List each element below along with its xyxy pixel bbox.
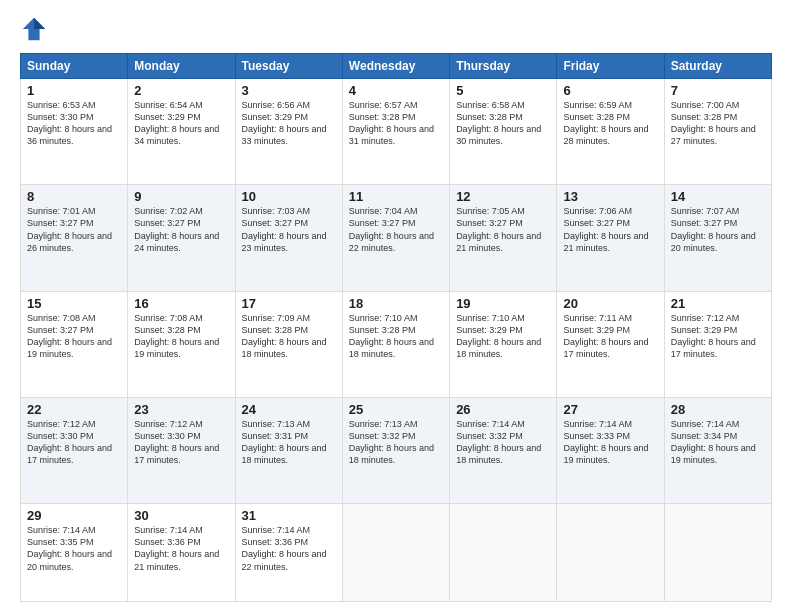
cell-info: Sunrise: 7:13 AMSunset: 3:31 PMDaylight:… xyxy=(242,418,336,467)
calendar-cell xyxy=(342,504,449,602)
calendar-cell: 21Sunrise: 7:12 AMSunset: 3:29 PMDayligh… xyxy=(664,291,771,397)
calendar-cell: 28Sunrise: 7:14 AMSunset: 3:34 PMDayligh… xyxy=(664,397,771,503)
calendar-week-1: 1Sunrise: 6:53 AMSunset: 3:30 PMDaylight… xyxy=(21,79,772,185)
cell-info: Sunrise: 7:14 AMSunset: 3:33 PMDaylight:… xyxy=(563,418,657,467)
day-header-wednesday: Wednesday xyxy=(342,54,449,79)
calendar-week-4: 22Sunrise: 7:12 AMSunset: 3:30 PMDayligh… xyxy=(21,397,772,503)
calendar-cell: 12Sunrise: 7:05 AMSunset: 3:27 PMDayligh… xyxy=(450,185,557,291)
day-number: 30 xyxy=(134,508,228,523)
day-number: 5 xyxy=(456,83,550,98)
calendar-cell: 30Sunrise: 7:14 AMSunset: 3:36 PMDayligh… xyxy=(128,504,235,602)
calendar-cell xyxy=(557,504,664,602)
calendar-cell: 22Sunrise: 7:12 AMSunset: 3:30 PMDayligh… xyxy=(21,397,128,503)
cell-info: Sunrise: 6:58 AMSunset: 3:28 PMDaylight:… xyxy=(456,99,550,148)
cell-info: Sunrise: 7:12 AMSunset: 3:30 PMDaylight:… xyxy=(134,418,228,467)
cell-info: Sunrise: 7:03 AMSunset: 3:27 PMDaylight:… xyxy=(242,205,336,254)
day-number: 2 xyxy=(134,83,228,98)
cell-info: Sunrise: 7:14 AMSunset: 3:32 PMDaylight:… xyxy=(456,418,550,467)
day-number: 19 xyxy=(456,296,550,311)
day-number: 7 xyxy=(671,83,765,98)
calendar-cell: 9Sunrise: 7:02 AMSunset: 3:27 PMDaylight… xyxy=(128,185,235,291)
calendar-week-2: 8Sunrise: 7:01 AMSunset: 3:27 PMDaylight… xyxy=(21,185,772,291)
cell-info: Sunrise: 6:54 AMSunset: 3:29 PMDaylight:… xyxy=(134,99,228,148)
calendar-cell: 16Sunrise: 7:08 AMSunset: 3:28 PMDayligh… xyxy=(128,291,235,397)
cell-info: Sunrise: 7:04 AMSunset: 3:27 PMDaylight:… xyxy=(349,205,443,254)
cell-info: Sunrise: 7:08 AMSunset: 3:28 PMDaylight:… xyxy=(134,312,228,361)
calendar-cell: 11Sunrise: 7:04 AMSunset: 3:27 PMDayligh… xyxy=(342,185,449,291)
calendar-cell: 24Sunrise: 7:13 AMSunset: 3:31 PMDayligh… xyxy=(235,397,342,503)
calendar-cell: 3Sunrise: 6:56 AMSunset: 3:29 PMDaylight… xyxy=(235,79,342,185)
calendar-cell: 15Sunrise: 7:08 AMSunset: 3:27 PMDayligh… xyxy=(21,291,128,397)
cell-info: Sunrise: 7:14 AMSunset: 3:34 PMDaylight:… xyxy=(671,418,765,467)
calendar-cell: 6Sunrise: 6:59 AMSunset: 3:28 PMDaylight… xyxy=(557,79,664,185)
cell-info: Sunrise: 7:07 AMSunset: 3:27 PMDaylight:… xyxy=(671,205,765,254)
calendar-cell: 13Sunrise: 7:06 AMSunset: 3:27 PMDayligh… xyxy=(557,185,664,291)
day-number: 27 xyxy=(563,402,657,417)
calendar-week-3: 15Sunrise: 7:08 AMSunset: 3:27 PMDayligh… xyxy=(21,291,772,397)
cell-info: Sunrise: 7:14 AMSunset: 3:36 PMDaylight:… xyxy=(134,524,228,573)
day-header-thursday: Thursday xyxy=(450,54,557,79)
day-header-saturday: Saturday xyxy=(664,54,771,79)
day-number: 21 xyxy=(671,296,765,311)
day-number: 18 xyxy=(349,296,443,311)
calendar-cell: 29Sunrise: 7:14 AMSunset: 3:35 PMDayligh… xyxy=(21,504,128,602)
cell-info: Sunrise: 6:56 AMSunset: 3:29 PMDaylight:… xyxy=(242,99,336,148)
day-header-friday: Friday xyxy=(557,54,664,79)
day-number: 9 xyxy=(134,189,228,204)
calendar-week-5: 29Sunrise: 7:14 AMSunset: 3:35 PMDayligh… xyxy=(21,504,772,602)
day-number: 4 xyxy=(349,83,443,98)
day-header-sunday: Sunday xyxy=(21,54,128,79)
calendar-cell: 4Sunrise: 6:57 AMSunset: 3:28 PMDaylight… xyxy=(342,79,449,185)
day-number: 29 xyxy=(27,508,121,523)
cell-info: Sunrise: 7:09 AMSunset: 3:28 PMDaylight:… xyxy=(242,312,336,361)
cell-info: Sunrise: 7:10 AMSunset: 3:28 PMDaylight:… xyxy=(349,312,443,361)
day-number: 17 xyxy=(242,296,336,311)
day-number: 26 xyxy=(456,402,550,417)
cell-info: Sunrise: 7:10 AMSunset: 3:29 PMDaylight:… xyxy=(456,312,550,361)
day-number: 20 xyxy=(563,296,657,311)
day-number: 1 xyxy=(27,83,121,98)
page: SundayMondayTuesdayWednesdayThursdayFrid… xyxy=(0,0,792,612)
day-number: 23 xyxy=(134,402,228,417)
cell-info: Sunrise: 6:53 AMSunset: 3:30 PMDaylight:… xyxy=(27,99,121,148)
cell-info: Sunrise: 7:11 AMSunset: 3:29 PMDaylight:… xyxy=(563,312,657,361)
day-number: 6 xyxy=(563,83,657,98)
logo-icon xyxy=(20,15,48,43)
day-number: 16 xyxy=(134,296,228,311)
calendar-table: SundayMondayTuesdayWednesdayThursdayFrid… xyxy=(20,53,772,602)
calendar-cell: 25Sunrise: 7:13 AMSunset: 3:32 PMDayligh… xyxy=(342,397,449,503)
cell-info: Sunrise: 6:57 AMSunset: 3:28 PMDaylight:… xyxy=(349,99,443,148)
svg-marker-1 xyxy=(34,18,45,29)
day-number: 31 xyxy=(242,508,336,523)
calendar-header-row: SundayMondayTuesdayWednesdayThursdayFrid… xyxy=(21,54,772,79)
day-number: 25 xyxy=(349,402,443,417)
cell-info: Sunrise: 7:05 AMSunset: 3:27 PMDaylight:… xyxy=(456,205,550,254)
day-number: 13 xyxy=(563,189,657,204)
calendar-cell: 10Sunrise: 7:03 AMSunset: 3:27 PMDayligh… xyxy=(235,185,342,291)
cell-info: Sunrise: 7:14 AMSunset: 3:35 PMDaylight:… xyxy=(27,524,121,573)
cell-info: Sunrise: 7:01 AMSunset: 3:27 PMDaylight:… xyxy=(27,205,121,254)
cell-info: Sunrise: 7:02 AMSunset: 3:27 PMDaylight:… xyxy=(134,205,228,254)
calendar-cell: 1Sunrise: 6:53 AMSunset: 3:30 PMDaylight… xyxy=(21,79,128,185)
calendar-cell: 14Sunrise: 7:07 AMSunset: 3:27 PMDayligh… xyxy=(664,185,771,291)
day-header-tuesday: Tuesday xyxy=(235,54,342,79)
calendar-cell: 7Sunrise: 7:00 AMSunset: 3:28 PMDaylight… xyxy=(664,79,771,185)
day-number: 14 xyxy=(671,189,765,204)
header xyxy=(20,15,772,43)
day-number: 24 xyxy=(242,402,336,417)
calendar-cell: 2Sunrise: 6:54 AMSunset: 3:29 PMDaylight… xyxy=(128,79,235,185)
day-number: 12 xyxy=(456,189,550,204)
calendar-cell: 31Sunrise: 7:14 AMSunset: 3:36 PMDayligh… xyxy=(235,504,342,602)
cell-info: Sunrise: 7:13 AMSunset: 3:32 PMDaylight:… xyxy=(349,418,443,467)
cell-info: Sunrise: 7:08 AMSunset: 3:27 PMDaylight:… xyxy=(27,312,121,361)
calendar-cell xyxy=(664,504,771,602)
calendar-cell: 20Sunrise: 7:11 AMSunset: 3:29 PMDayligh… xyxy=(557,291,664,397)
day-number: 11 xyxy=(349,189,443,204)
cell-info: Sunrise: 7:12 AMSunset: 3:29 PMDaylight:… xyxy=(671,312,765,361)
cell-info: Sunrise: 7:00 AMSunset: 3:28 PMDaylight:… xyxy=(671,99,765,148)
calendar-cell xyxy=(450,504,557,602)
calendar-cell: 26Sunrise: 7:14 AMSunset: 3:32 PMDayligh… xyxy=(450,397,557,503)
calendar-cell: 23Sunrise: 7:12 AMSunset: 3:30 PMDayligh… xyxy=(128,397,235,503)
logo xyxy=(20,15,50,43)
calendar-cell: 8Sunrise: 7:01 AMSunset: 3:27 PMDaylight… xyxy=(21,185,128,291)
